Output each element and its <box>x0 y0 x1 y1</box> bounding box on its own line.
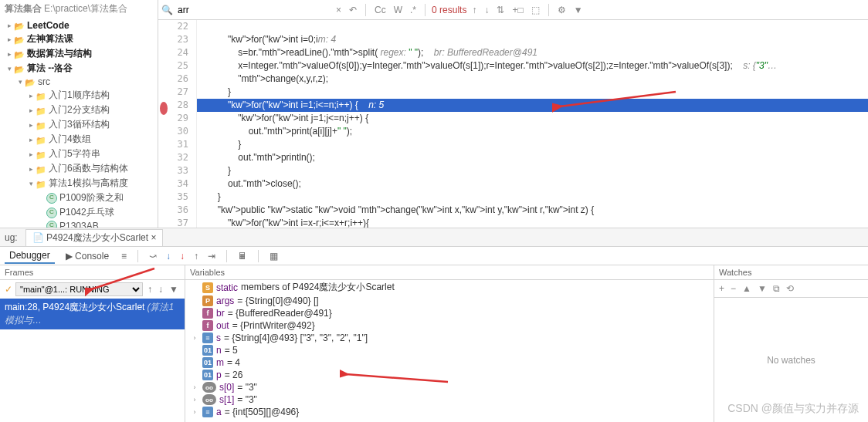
debug-label: ug: <box>5 232 18 243</box>
tree-item[interactable]: ▸数据算法与结构 <box>0 46 158 61</box>
tree-item[interactable]: ▸左神算法课 <box>0 32 158 46</box>
run-to-icon[interactable]: ⇥ <box>206 249 217 263</box>
tree-item[interactable]: ▸入门3循环结构 <box>0 117 158 132</box>
tree-item[interactable]: ▸入门5字符串 <box>0 147 158 161</box>
words-button[interactable]: W <box>392 5 405 15</box>
find-input[interactable] <box>176 3 331 17</box>
debug-run-tab[interactable]: 📄 P4924魔法少女小Scarlet × <box>25 229 164 246</box>
filter-icon[interactable]: ▼ <box>571 5 585 15</box>
frame-filter-icon[interactable]: ▼ <box>168 282 180 296</box>
force-step-icon[interactable]: ↓ <box>178 249 186 263</box>
watches-title: Watches <box>714 265 868 280</box>
step-out-icon[interactable]: ↑ <box>192 249 200 263</box>
variable-row[interactable]: ›≡ s = {String[4]@493} ["3", "3", "2", "… <box>185 332 714 344</box>
project-path: 算法集合 E:\practice\算法集合 <box>0 0 158 18</box>
threads-icon[interactable]: ≡ <box>120 249 128 263</box>
variable-row[interactable]: f br = {BufferedReader@491} <box>185 307 714 319</box>
regex-button[interactable]: .* <box>408 5 419 15</box>
code-editor[interactable]: 22232425262728293031323334353637 "kw">fo… <box>158 20 868 228</box>
sel-all-icon[interactable]: ⬚ <box>529 5 542 15</box>
variable-row[interactable]: P args = {String[0]@490} [] <box>185 295 714 307</box>
select-icon[interactable]: ⇅ <box>494 5 507 15</box>
evaluate-icon[interactable]: 🖩 <box>236 249 249 263</box>
variable-row[interactable]: S static members of P4924魔法少女小Scarlet <box>185 280 714 295</box>
tree-item[interactable]: ▸入门1顺序结构 <box>0 88 158 103</box>
step-into-icon[interactable]: ↓ <box>164 249 172 263</box>
tree-item[interactable]: ▾src <box>0 76 158 88</box>
tab-debugger[interactable]: Debugger <box>5 248 55 264</box>
tree-item[interactable]: P1009阶乘之和 <box>0 191 158 205</box>
variables-pane: Variables S static members of P4924魔法少女小… <box>185 265 714 422</box>
find-results: 0 results <box>432 5 466 15</box>
match-case-button[interactable]: Cc <box>372 5 388 15</box>
find-bar: 🔍 × ↶ Cc W .* 0 results ↑ ↓ ⇅ +□ ⬚ ⚙ ▼ <box>158 0 868 20</box>
stack-frame[interactable]: main:28, P4924魔法少女小Scarlet (算法1模拟与… <box>0 299 185 329</box>
watermark: CSDN @颜值与实力并存源 <box>727 402 859 416</box>
add-watch-icon[interactable]: + <box>719 283 724 294</box>
link-watch-icon[interactable]: ⟲ <box>786 283 794 294</box>
variable-row[interactable]: 01 n = 5 <box>185 344 714 356</box>
down-watch-icon[interactable]: ▼ <box>758 283 767 294</box>
copy-watch-icon[interactable]: ⧉ <box>773 283 780 294</box>
variables-title: Variables <box>185 265 714 280</box>
search-icon: 🔍 <box>161 5 173 15</box>
svg-line-3 <box>346 374 448 382</box>
svg-line-2 <box>91 268 154 289</box>
tree-item[interactable]: ▸入门6函数与结构体 <box>0 161 158 176</box>
variable-row[interactable]: ›≡ a = {int[505][]@496} <box>185 406 714 418</box>
add-sel-icon[interactable]: +□ <box>510 5 525 15</box>
tree-item[interactable]: ▾算法 --洛谷 <box>0 61 158 76</box>
debugger-toolbar: Debugger ▶ Console ≡ ⤻ ↓ ↓ ↑ ⇥ 🖩 ▦ <box>0 247 868 265</box>
up-icon[interactable]: ↑ <box>470 5 479 15</box>
watches-pane: Watches + − ▲ ▼ ⧉ ⟲ No watches <box>714 265 868 422</box>
prev-icon[interactable]: ↶ <box>347 5 359 15</box>
tree-item[interactable]: ▸入门4数组 <box>0 132 158 147</box>
step-over-icon[interactable]: ⤻ <box>147 249 158 263</box>
svg-line-1 <box>560 92 676 106</box>
tree-item[interactable]: P1303AB <box>0 220 158 228</box>
up-watch-icon[interactable]: ▲ <box>742 283 751 294</box>
tab-console[interactable]: ▶ Console <box>61 249 114 263</box>
project-tree: 算法集合 E:\practice\算法集合 ▸LeetCode▸左神算法课▸数据… <box>0 0 158 228</box>
frames-pane: Frames ✓ "main"@1...: RUNNING ↑ ↓ ▼ main… <box>0 265 185 422</box>
tree-item[interactable]: ▾算法1模拟与高精度 <box>0 176 158 191</box>
tree-item[interactable]: ▸入门2分支结构 <box>0 103 158 117</box>
settings-icon[interactable]: ⚙ <box>555 5 568 15</box>
layout-icon[interactable]: ▦ <box>268 249 280 263</box>
tree-item[interactable]: ▸LeetCode <box>0 19 158 32</box>
tree-item[interactable]: P1042乒乓球 <box>0 205 158 220</box>
debug-tab-bar: ug: 📄 P4924魔法少女小Scarlet × <box>0 228 868 246</box>
down-icon[interactable]: ↓ <box>482 5 491 15</box>
remove-watch-icon[interactable]: − <box>731 283 736 294</box>
variable-row[interactable]: ›oo s[1] = "3" <box>185 393 714 406</box>
variable-row[interactable]: f out = {PrintWriter@492} <box>185 319 714 332</box>
close-find-icon[interactable]: × <box>334 5 344 15</box>
